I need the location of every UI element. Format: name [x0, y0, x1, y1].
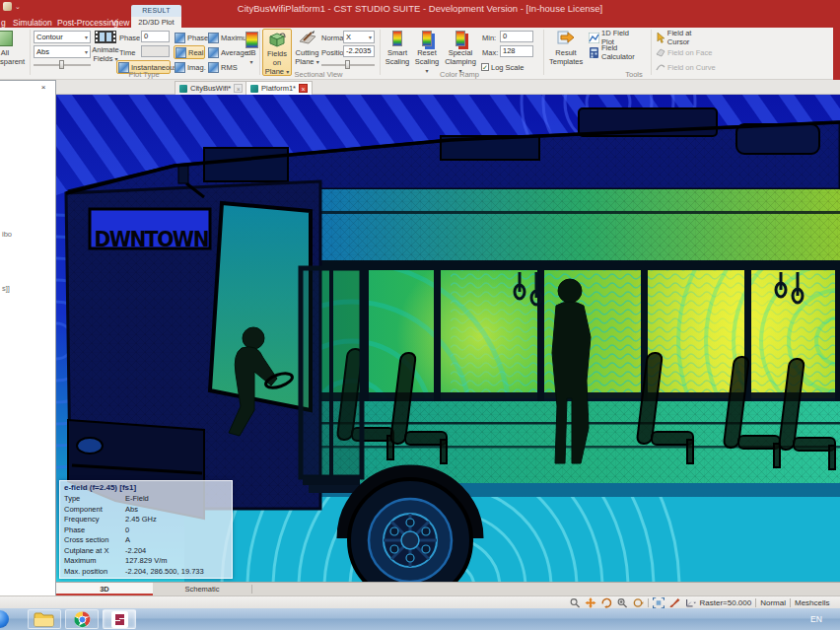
group-label-color-ramp: Color Ramp [384, 70, 535, 79]
maximum-icon [208, 33, 219, 43]
field-on-face-icon [656, 47, 665, 57]
cutting-plane-button[interactable]: Cutting Plane [294, 29, 320, 76]
max-input[interactable]: 128 [500, 45, 533, 57]
info-row: ComponentAbs [64, 505, 228, 516]
field-info-box: e-field (f=2.45) [fs1] TypeE-Field Compo… [59, 480, 233, 579]
field-at-cursor-button[interactable]: Field at Cursor [655, 31, 716, 44]
taskbar: EN [0, 608, 840, 630]
ribbon: All Transparent Contour Abs Animate Fiel… [0, 28, 840, 80]
contour-dropdown[interactable]: Contour [34, 31, 91, 43]
min-label: Min: [482, 34, 496, 42]
normal-dropdown[interactable]: X [343, 31, 375, 43]
smart-scaling-icon [392, 31, 402, 46]
axes-icon[interactable] [684, 597, 696, 608]
special-clamping-button[interactable]: Special Clamping [443, 29, 478, 76]
db-icon [245, 32, 258, 48]
fields-on-plane-icon [268, 32, 286, 47]
db-button[interactable]: dB [245, 29, 258, 76]
paintbrush-icon[interactable] [668, 597, 680, 608]
close-icon[interactable]: × [299, 84, 308, 93]
titlebar: ⌄ CityBusWifiPlatform1 - CST STUDIO SUIT… [0, 0, 840, 17]
info-row: Frequency2.45 GHz [64, 515, 228, 525]
field-on-face-button[interactable]: Field on Face [655, 45, 716, 59]
3d-view[interactable]: DWNTOWN [56, 95, 840, 582]
close-icon[interactable]: × [38, 83, 48, 93]
menu-item-partial[interactable]: g [1, 18, 6, 28]
tab-2d3d-plot[interactable]: 2D/3D Plot [131, 17, 181, 28]
phase-input[interactable]: 0 [141, 31, 170, 42]
zoom-icon[interactable] [616, 597, 628, 608]
slider-thumb[interactable] [59, 60, 64, 69]
field-info-title: e-field (f=2.45) [fs1] [64, 483, 228, 492]
slider-thumb[interactable] [345, 60, 350, 69]
close-icon[interactable]: × [234, 84, 243, 93]
animate-fields-icon [95, 31, 116, 43]
reset-scaling-button[interactable]: Reset Scaling [413, 29, 441, 76]
min-input[interactable]: 0 [500, 31, 533, 42]
menu-item-simulation[interactable]: Simulation [13, 18, 52, 28]
context-tab-header: RESULT TOOLS [131, 5, 181, 17]
cutting-plane-icon [299, 31, 316, 46]
menu-item-view[interactable]: View [111, 18, 129, 28]
tree-item-fragment[interactable]: ibo [2, 230, 12, 239]
zoom-selection-icon[interactable] [569, 597, 581, 608]
left-panel: × ibo s]] [0, 80, 56, 595]
statusbar: Raster=50.000 Normal Meshcells [0, 595, 840, 608]
taskbar-explorer-button[interactable] [28, 609, 61, 629]
1d-field-plot-button[interactable]: 1D Field Plot [588, 31, 643, 44]
info-row: Max. position-2.204, 286.500, 19.733 [64, 567, 228, 578]
window-title: CityBusWifiPlatform1 - CST STUDIO SUITE … [0, 3, 840, 14]
pan-icon[interactable] [585, 597, 596, 608]
info-row: Maximum127.829 V/m [64, 556, 228, 567]
phase-icon [175, 33, 185, 43]
info-row: Phase0 [64, 525, 228, 536]
doc-tab-platform1[interactable]: Platform1* × [245, 81, 313, 95]
smart-scaling-button[interactable]: Smart Scaling [384, 29, 411, 76]
group-label-tools: Tools [549, 70, 719, 79]
language-indicator[interactable]: EN [805, 610, 828, 628]
1d-field-plot-icon [589, 33, 599, 43]
bus-destination-sign: DWNTOWN [94, 226, 208, 251]
cst-project-icon [250, 85, 258, 93]
field-calculator-button[interactable]: Field Calculator [588, 45, 647, 59]
folder-icon [34, 611, 55, 627]
result-templates-icon [557, 31, 575, 46]
info-row: TypeE-Field [64, 494, 228, 505]
fields-on-plane-button[interactable]: Fields on Plane [262, 29, 292, 76]
raster-status: Raster=50.000 [700, 598, 752, 607]
position-input[interactable]: -2.2035 [343, 45, 375, 57]
menu-item-post-processing[interactable]: Post-Processing [57, 18, 118, 28]
transparency-slider[interactable] [34, 60, 91, 70]
meshcells-status: Meshcells [795, 598, 840, 607]
view-tab-strip: 3D Schematic [56, 582, 840, 595]
field-at-cursor-icon [656, 33, 665, 43]
time-input[interactable] [141, 45, 170, 57]
result-templates-button[interactable]: Result Templates [549, 29, 583, 76]
group-label-plot-type: Plot Type [34, 70, 254, 79]
component-dropdown[interactable]: Abs [34, 45, 91, 58]
animate-fields-button[interactable]: Animate Fields [92, 29, 119, 76]
phase-label: Phase [119, 34, 140, 42]
tab-3d[interactable]: 3D [56, 583, 153, 595]
maximum-button[interactable]: Maximum [207, 31, 245, 44]
real-button[interactable]: Real [174, 45, 205, 59]
doc-tab-citybuswifi[interactable]: CityBusWifi* × [175, 81, 247, 95]
taskbar-cst-button[interactable] [103, 609, 136, 629]
menubar: g Simulation Post-Processing View 2D/3D … [0, 17, 840, 28]
time-label: Time [119, 48, 135, 57]
tree-item-fragment[interactable]: s]] [2, 284, 10, 293]
average-button[interactable]: Average [207, 45, 245, 59]
phase-button[interactable]: Phase [174, 31, 205, 44]
partial-app-icon[interactable] [0, 610, 9, 628]
spin-icon[interactable] [632, 597, 644, 608]
cst-project-icon [179, 85, 187, 93]
zoom-fit-icon[interactable] [653, 597, 665, 608]
all-transparent-button[interactable]: All Transparent [0, 29, 28, 76]
special-clamping-icon [455, 31, 465, 46]
tab-schematic[interactable]: Schematic [154, 583, 250, 595]
taskbar-chrome-button[interactable] [65, 609, 99, 629]
position-slider[interactable] [321, 60, 375, 70]
real-icon [175, 47, 186, 58]
group-label-sectional-view: Sectional View [262, 70, 375, 79]
rotate-icon[interactable] [600, 597, 612, 608]
